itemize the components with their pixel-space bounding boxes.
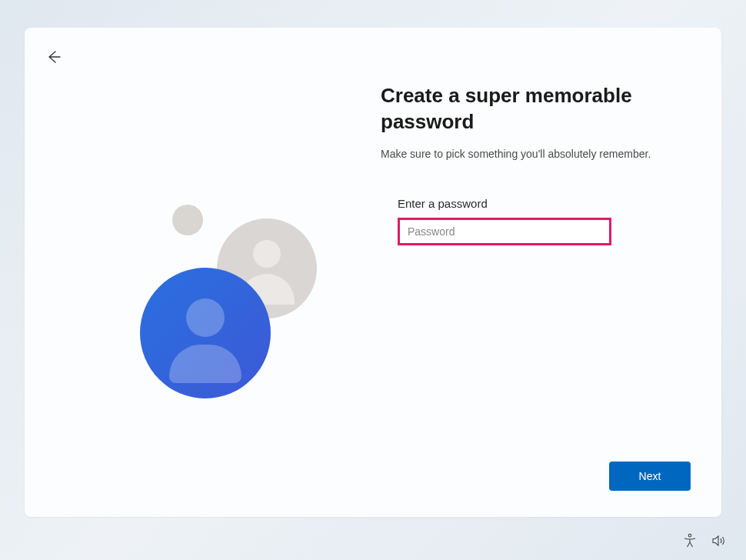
password-input[interactable] — [398, 218, 611, 245]
password-field-group: Enter a password — [398, 197, 675, 245]
accessibility-icon — [682, 533, 698, 548]
decorative-dot — [172, 205, 203, 235]
arrow-left-icon — [46, 49, 62, 65]
next-button[interactable]: Next — [609, 462, 691, 491]
content-area: Create a super memorable password Make s… — [25, 28, 721, 517]
system-tray — [681, 532, 728, 549]
page-heading: Create a super memorable password — [381, 83, 673, 135]
form-panel: Create a super memorable password Make s… — [373, 83, 721, 517]
illustration-panel — [25, 83, 373, 517]
svg-point-0 — [688, 534, 691, 537]
accessibility-button[interactable] — [681, 532, 698, 549]
volume-button[interactable] — [711, 532, 728, 549]
user-illustration — [125, 198, 340, 414]
setup-card: Create a super memorable password Make s… — [25, 28, 721, 517]
primary-avatar-icon — [140, 268, 271, 398]
back-button[interactable] — [42, 45, 66, 69]
volume-icon — [711, 533, 727, 548]
page-subheading: Make sure to pick something you'll absol… — [381, 148, 675, 160]
password-label: Enter a password — [398, 197, 675, 210]
